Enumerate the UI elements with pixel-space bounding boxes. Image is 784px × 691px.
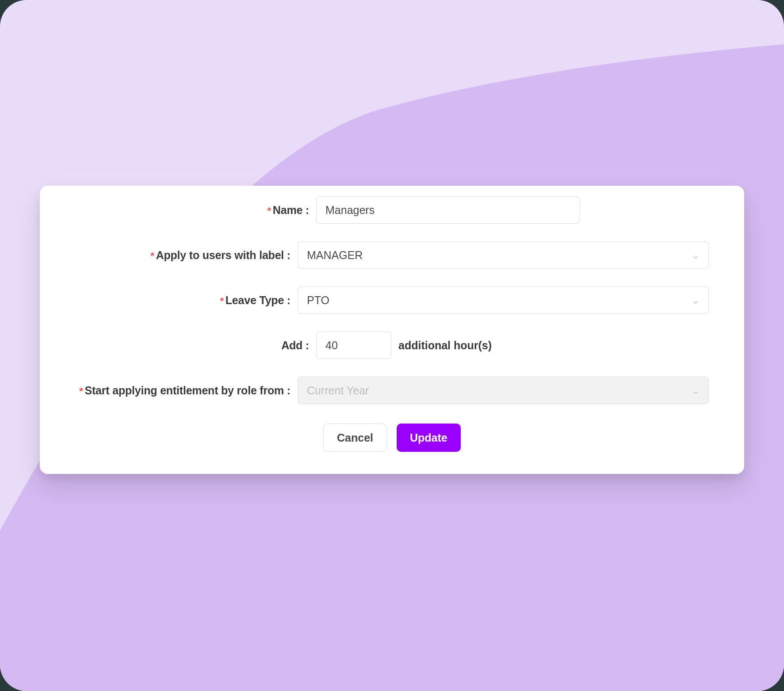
row-start-from: *Start applying entitlement by role from…	[75, 377, 709, 404]
required-star: *	[150, 250, 154, 261]
cancel-button[interactable]: Cancel	[323, 424, 387, 452]
apply-label-value: MANAGER	[307, 249, 363, 262]
label-name-text: Name :	[273, 204, 309, 216]
input-area-leave-type: PTO	[298, 286, 709, 314]
label-add-text: Add :	[281, 339, 309, 351]
row-leave-type: *Leave Type : PTO	[75, 286, 709, 314]
label-apply: *Apply to users with label :	[75, 249, 298, 262]
input-area-add: additional hour(s)	[316, 332, 709, 359]
required-star: *	[79, 386, 83, 397]
button-row: Cancel Update	[75, 424, 709, 452]
label-leave-type-text: Leave Type :	[226, 294, 291, 306]
chevron-down-icon	[692, 296, 700, 304]
label-start-from-text: Start applying entitlement by role from …	[85, 384, 291, 397]
update-button[interactable]: Update	[397, 424, 461, 452]
apply-label-select[interactable]: MANAGER	[298, 241, 709, 269]
input-area-name	[316, 196, 709, 224]
start-from-select[interactable]: Current Year	[298, 377, 709, 404]
leave-type-value: PTO	[307, 294, 329, 307]
label-add: Add :	[75, 339, 316, 352]
add-suffix-text: additional hour(s)	[398, 339, 492, 352]
add-hours-input[interactable]	[316, 332, 391, 359]
name-input[interactable]	[316, 196, 580, 224]
row-add: Add : additional hour(s)	[75, 332, 709, 359]
label-leave-type: *Leave Type :	[75, 294, 298, 307]
chevron-down-icon	[692, 251, 700, 259]
input-area-start-from: Current Year	[298, 377, 709, 404]
label-apply-text: Apply to users with label :	[156, 249, 291, 261]
label-name: *Name :	[75, 204, 316, 217]
background-panel: *Name : *Apply to users with label : MAN…	[0, 0, 784, 691]
leave-type-select[interactable]: PTO	[298, 286, 709, 314]
required-star: *	[220, 295, 223, 306]
row-name: *Name :	[75, 196, 709, 224]
row-apply-label: *Apply to users with label : MANAGER	[75, 241, 709, 269]
outer-container: *Name : *Apply to users with label : MAN…	[0, 0, 784, 691]
entitlement-form-card: *Name : *Apply to users with label : MAN…	[40, 186, 744, 474]
label-start-from: *Start applying entitlement by role from…	[75, 384, 298, 397]
input-area-apply: MANAGER	[298, 241, 709, 269]
chevron-down-icon	[692, 386, 700, 394]
required-star: *	[267, 205, 271, 216]
start-from-placeholder: Current Year	[307, 384, 369, 397]
